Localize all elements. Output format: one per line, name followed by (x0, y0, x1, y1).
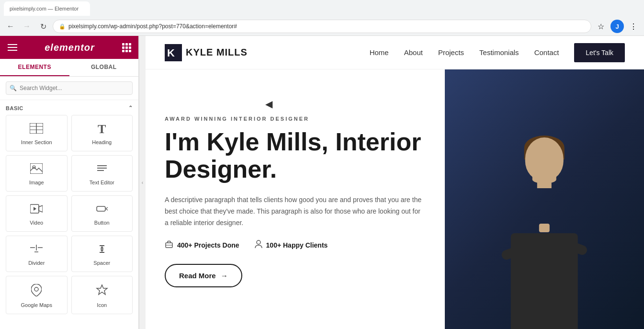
search-input[interactable] (6, 81, 133, 95)
widget-divider[interactable]: Divider (6, 236, 68, 272)
elementor-header: elementor (0, 36, 138, 59)
hero-cta-arrow: → (221, 272, 228, 280)
svg-text:K: K (167, 47, 175, 59)
collapse-icon: ⌃ (128, 105, 133, 111)
briefcase-icon (165, 240, 173, 250)
hamburger-menu[interactable] (8, 44, 17, 51)
widget-text-editor[interactable]: Text Editor (71, 155, 133, 192)
site-header: K KYLE MILLS Home About Projects Testimo… (146, 36, 644, 69)
widget-icon[interactable]: Icon (71, 276, 133, 314)
svg-rect-14 (97, 206, 105, 211)
widget-inner-section-label: Inner Section (21, 139, 52, 145)
video-icon (30, 204, 43, 216)
hero-image (445, 69, 644, 329)
hero-title: I'm Kyle Mills, Interior Designer. (165, 128, 426, 183)
widget-video-label: Video (30, 220, 43, 226)
hero-person-figure (445, 69, 644, 329)
person-body (511, 233, 578, 329)
browser-tabs: pixelsimply.com — Elementor (0, 0, 644, 17)
apps-grid-icon[interactable] (122, 43, 131, 52)
widget-icon-label: Icon (97, 302, 107, 308)
lock-icon: 🔒 (59, 23, 66, 30)
widget-google-maps[interactable]: Google Maps (6, 276, 68, 314)
forward-button[interactable]: → (20, 20, 34, 33)
hero-cta-label: Read More (179, 272, 216, 280)
hero-description: A descriptive paragraph that tells clien… (165, 194, 426, 228)
basic-section: BASIC ⌃ (0, 100, 138, 314)
svg-marker-22 (100, 247, 104, 249)
person-icon (255, 240, 262, 250)
main-layout: elementor ELEMENTS GLOBAL 🔍 BASIC ⌃ (0, 36, 644, 329)
hero-content: AWARD WINNING INTERIOR DESIGNER I'm Kyle… (146, 69, 445, 329)
svg-marker-25 (97, 285, 107, 295)
widget-button[interactable]: Button (71, 195, 133, 232)
content-area: K KYLE MILLS Home About Projects Testimo… (146, 36, 644, 329)
google-maps-icon (31, 284, 42, 298)
browser-chrome: pixelsimply.com — Elementor ← → ↻ 🔒 pixe… (0, 0, 644, 36)
basic-section-label: BASIC (6, 105, 23, 111)
stat-clients: 100+ Happy Clients (255, 240, 328, 250)
bookmark-button[interactable]: ☆ (594, 20, 608, 33)
person-head (525, 137, 564, 181)
tab-elements[interactable]: ELEMENTS (0, 59, 69, 76)
divider-icon (30, 244, 43, 256)
person-neck (537, 179, 552, 188)
url-text: pixelsimply.com/wp-admin/post.php?post=7… (68, 23, 237, 30)
hero-stats: 400+ Projects Done 100+ Happy Clients (165, 240, 426, 250)
sidebar-collapse-handle[interactable]: ‹ (139, 36, 146, 329)
image-icon (30, 163, 43, 176)
hero-subtitle: AWARD WINNING INTERIOR DESIGNER (165, 116, 426, 122)
widget-spacer[interactable]: Spacer (71, 236, 133, 272)
back-button[interactable]: ← (4, 20, 17, 33)
address-bar[interactable]: 🔒 pixelsimply.com/wp-admin/post.php?post… (53, 20, 591, 33)
inner-section-icon (30, 123, 43, 136)
svg-point-24 (34, 287, 38, 291)
heading-icon: T (98, 123, 106, 136)
widget-button-label: Button (94, 220, 110, 226)
nav-projects[interactable]: Projects (438, 48, 464, 57)
basic-section-header[interactable]: BASIC ⌃ (6, 100, 133, 115)
widget-inner-section[interactable]: Inner Section (6, 115, 68, 151)
site-logo-text: KYLE MILLS (186, 47, 248, 58)
icon-widget-icon (96, 284, 108, 298)
nav-home[interactable]: Home (370, 48, 389, 57)
profile-avatar[interactable]: J (610, 20, 624, 33)
nav-testimonials[interactable]: Testimonials (479, 48, 519, 57)
widget-heading-label: Heading (92, 139, 112, 145)
widget-heading[interactable]: T Heading (71, 115, 133, 151)
widget-google-maps-label: Google Maps (21, 302, 52, 308)
svg-marker-23 (100, 250, 104, 251)
svg-marker-13 (34, 207, 36, 211)
elementor-tabs: ELEMENTS GLOBAL (0, 59, 138, 77)
text-editor-icon (96, 163, 108, 176)
elementor-sidebar: elementor ELEMENTS GLOBAL 🔍 BASIC ⌃ (0, 36, 139, 329)
spacer-icon (96, 244, 108, 256)
nav-cta-button[interactable]: Let's Talk (574, 43, 625, 62)
browser-tab[interactable]: pixelsimply.com — Elementor (4, 1, 90, 16)
button-icon (96, 204, 108, 216)
site-logo: K KYLE MILLS (165, 44, 248, 61)
reload-button[interactable]: ↻ (36, 20, 50, 33)
search-icon: 🔍 (10, 85, 17, 91)
widget-image[interactable]: Image (6, 155, 68, 192)
chrome-menu-button[interactable]: ⋮ (627, 20, 640, 33)
nav-contact[interactable]: Contact (534, 48, 559, 57)
svg-point-30 (257, 240, 260, 244)
stat-projects: 400+ Projects Done (165, 240, 239, 250)
widget-image-label: Image (29, 180, 44, 185)
widget-divider-label: Divider (28, 260, 45, 266)
site-nav: Home About Projects Testimonials Contact… (370, 43, 625, 62)
hero-section: ◀ AWARD WINNING INTERIOR DESIGNER I'm Ky… (146, 69, 644, 329)
tab-global[interactable]: GLOBAL (69, 59, 139, 76)
widget-video[interactable]: Video (6, 195, 68, 232)
stat-projects-label: 400+ Projects Done (177, 241, 239, 249)
widget-text-editor-label: Text Editor (90, 180, 114, 185)
widget-spacer-label: Spacer (93, 260, 110, 266)
hero-cta-button[interactable]: Read More → (165, 264, 242, 287)
widgets-grid: Inner Section T Heading (6, 115, 133, 314)
svg-marker-12 (39, 205, 43, 212)
stat-clients-label: 100+ Happy Clients (266, 241, 328, 249)
browser-nav: ← → ↻ 🔒 pixelsimply.com/wp-admin/post.ph… (0, 17, 644, 35)
search-bar: 🔍 (0, 77, 138, 100)
nav-about[interactable]: About (404, 48, 423, 57)
